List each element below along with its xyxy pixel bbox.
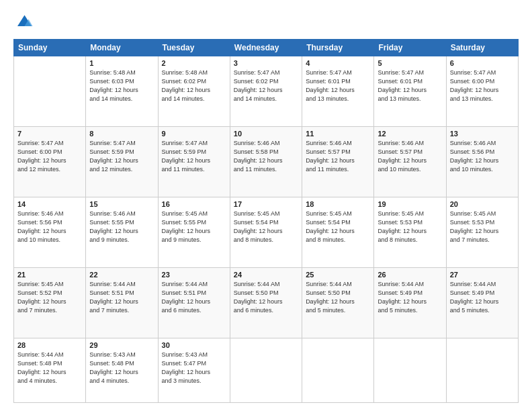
day-info: Sunrise: 5:47 AM Sunset: 6:01 PM Dayligh… [378, 68, 442, 103]
calendar-cell: 26Sunrise: 5:44 AM Sunset: 5:49 PM Dayli… [374, 267, 446, 338]
calendar-cell: 16Sunrise: 5:45 AM Sunset: 5:55 PM Dayli… [158, 197, 230, 267]
day-info: Sunrise: 5:47 AM Sunset: 6:02 PM Dayligh… [234, 68, 298, 103]
day-info: Sunrise: 5:45 AM Sunset: 5:53 PM Dayligh… [378, 210, 442, 244]
calendar-week-1: 1Sunrise: 5:48 AM Sunset: 6:03 PM Daylig… [14, 56, 519, 127]
day-number: 23 [162, 271, 226, 279]
day-info: Sunrise: 5:47 AM Sunset: 6:01 PM Dayligh… [306, 68, 370, 103]
day-info: Sunrise: 5:47 AM Sunset: 5:59 PM Dayligh… [162, 139, 226, 174]
day-info: Sunrise: 5:45 AM Sunset: 5:54 PM Dayligh… [234, 210, 298, 244]
calendar-cell: 11Sunrise: 5:46 AM Sunset: 5:57 PM Dayli… [302, 126, 374, 197]
day-number: 7 [17, 130, 82, 138]
day-number: 10 [234, 130, 298, 138]
calendar-cell: 15Sunrise: 5:46 AM Sunset: 5:55 PM Dayli… [86, 197, 158, 267]
day-number: 21 [17, 271, 82, 279]
calendar-week-2: 7Sunrise: 5:47 AM Sunset: 6:00 PM Daylig… [14, 126, 519, 197]
day-number: 11 [306, 130, 370, 138]
day-info: Sunrise: 5:47 AM Sunset: 6:00 PM Dayligh… [17, 139, 82, 174]
day-info: Sunrise: 5:44 AM Sunset: 5:51 PM Dayligh… [162, 280, 226, 315]
calendar-cell: 6Sunrise: 5:47 AM Sunset: 6:00 PM Daylig… [446, 56, 518, 127]
calendar-cell: 29Sunrise: 5:43 AM Sunset: 5:48 PM Dayli… [86, 338, 158, 402]
day-number: 26 [378, 271, 442, 279]
day-number: 24 [234, 271, 298, 279]
col-header-friday: Friday [374, 40, 446, 56]
calendar-cell [302, 338, 374, 402]
day-info: Sunrise: 5:45 AM Sunset: 5:53 PM Dayligh… [450, 210, 515, 244]
day-info: Sunrise: 5:45 AM Sunset: 5:54 PM Dayligh… [306, 210, 370, 244]
calendar-cell [14, 56, 86, 127]
day-info: Sunrise: 5:45 AM Sunset: 5:55 PM Dayligh… [162, 210, 226, 244]
day-number: 18 [306, 200, 370, 208]
calendar-cell: 7Sunrise: 5:47 AM Sunset: 6:00 PM Daylig… [14, 126, 86, 197]
day-number: 15 [89, 200, 154, 208]
calendar-cell: 22Sunrise: 5:44 AM Sunset: 5:51 PM Dayli… [86, 267, 158, 338]
calendar-week-3: 14Sunrise: 5:46 AM Sunset: 5:56 PM Dayli… [14, 197, 519, 267]
day-info: Sunrise: 5:44 AM Sunset: 5:50 PM Dayligh… [234, 280, 298, 315]
day-info: Sunrise: 5:44 AM Sunset: 5:50 PM Dayligh… [306, 280, 370, 315]
day-number: 12 [378, 130, 442, 138]
day-number: 14 [17, 200, 82, 208]
day-info: Sunrise: 5:46 AM Sunset: 5:56 PM Dayligh… [17, 210, 82, 244]
calendar-cell: 18Sunrise: 5:45 AM Sunset: 5:54 PM Dayli… [302, 197, 374, 267]
day-info: Sunrise: 5:45 AM Sunset: 5:52 PM Dayligh… [17, 280, 82, 315]
day-number: 9 [162, 130, 226, 138]
calendar-cell: 19Sunrise: 5:45 AM Sunset: 5:53 PM Dayli… [374, 197, 446, 267]
calendar-cell: 28Sunrise: 5:44 AM Sunset: 5:48 PM Dayli… [14, 338, 86, 402]
calendar-cell: 14Sunrise: 5:46 AM Sunset: 5:56 PM Dayli… [14, 197, 86, 267]
day-number: 13 [450, 130, 515, 138]
day-info: Sunrise: 5:46 AM Sunset: 5:57 PM Dayligh… [378, 139, 442, 174]
day-info: Sunrise: 5:44 AM Sunset: 5:48 PM Dayligh… [17, 351, 82, 385]
col-header-sunday: Sunday [14, 40, 86, 56]
calendar-cell: 2Sunrise: 5:48 AM Sunset: 6:02 PM Daylig… [158, 56, 230, 127]
calendar-cell [230, 338, 302, 402]
day-number: 16 [162, 200, 226, 208]
day-number: 25 [306, 271, 370, 279]
day-info: Sunrise: 5:43 AM Sunset: 5:48 PM Dayligh… [89, 351, 154, 385]
col-header-wednesday: Wednesday [230, 40, 302, 56]
logo-icon [13, 12, 34, 32]
calendar-cell: 25Sunrise: 5:44 AM Sunset: 5:50 PM Dayli… [302, 267, 374, 338]
calendar-cell: 21Sunrise: 5:45 AM Sunset: 5:52 PM Dayli… [14, 267, 86, 338]
calendar-cell: 13Sunrise: 5:46 AM Sunset: 5:56 PM Dayli… [446, 126, 518, 197]
calendar-cell: 12Sunrise: 5:46 AM Sunset: 5:57 PM Dayli… [374, 126, 446, 197]
day-number: 3 [234, 59, 298, 67]
day-number: 5 [378, 59, 442, 67]
day-number: 6 [450, 59, 515, 67]
col-header-monday: Monday [86, 40, 158, 56]
day-info: Sunrise: 5:47 AM Sunset: 6:00 PM Dayligh… [450, 68, 515, 103]
header [13, 12, 519, 32]
day-number: 29 [89, 341, 154, 349]
day-number: 19 [378, 200, 442, 208]
day-number: 1 [89, 59, 154, 67]
col-header-saturday: Saturday [446, 40, 518, 56]
calendar-cell: 4Sunrise: 5:47 AM Sunset: 6:01 PM Daylig… [302, 56, 374, 127]
calendar-header-row: SundayMondayTuesdayWednesdayThursdayFrid… [14, 40, 519, 56]
calendar-cell: 30Sunrise: 5:43 AM Sunset: 5:47 PM Dayli… [158, 338, 230, 402]
day-number: 8 [89, 130, 154, 138]
calendar-cell: 23Sunrise: 5:44 AM Sunset: 5:51 PM Dayli… [158, 267, 230, 338]
calendar-week-5: 28Sunrise: 5:44 AM Sunset: 5:48 PM Dayli… [14, 338, 519, 402]
col-header-tuesday: Tuesday [158, 40, 230, 56]
calendar-cell [374, 338, 446, 402]
day-info: Sunrise: 5:47 AM Sunset: 5:59 PM Dayligh… [89, 139, 154, 174]
day-info: Sunrise: 5:44 AM Sunset: 5:51 PM Dayligh… [89, 280, 154, 315]
day-number: 4 [306, 59, 370, 67]
day-number: 20 [450, 200, 515, 208]
calendar-cell: 3Sunrise: 5:47 AM Sunset: 6:02 PM Daylig… [230, 56, 302, 127]
calendar-cell [446, 338, 518, 402]
calendar-cell: 10Sunrise: 5:46 AM Sunset: 5:58 PM Dayli… [230, 126, 302, 197]
day-info: Sunrise: 5:46 AM Sunset: 5:56 PM Dayligh… [450, 139, 515, 174]
day-info: Sunrise: 5:44 AM Sunset: 5:49 PM Dayligh… [450, 280, 515, 315]
calendar-week-4: 21Sunrise: 5:45 AM Sunset: 5:52 PM Dayli… [14, 267, 519, 338]
day-info: Sunrise: 5:48 AM Sunset: 6:02 PM Dayligh… [162, 68, 226, 103]
calendar-cell: 20Sunrise: 5:45 AM Sunset: 5:53 PM Dayli… [446, 197, 518, 267]
day-number: 2 [162, 59, 226, 67]
calendar: SundayMondayTuesdayWednesdayThursdayFrid… [13, 39, 519, 403]
day-info: Sunrise: 5:46 AM Sunset: 5:57 PM Dayligh… [306, 139, 370, 174]
day-number: 17 [234, 200, 298, 208]
day-number: 27 [450, 271, 515, 279]
col-header-thursday: Thursday [302, 40, 374, 56]
day-info: Sunrise: 5:43 AM Sunset: 5:47 PM Dayligh… [162, 351, 226, 385]
calendar-cell: 27Sunrise: 5:44 AM Sunset: 5:49 PM Dayli… [446, 267, 518, 338]
day-info: Sunrise: 5:48 AM Sunset: 6:03 PM Dayligh… [89, 68, 154, 103]
day-number: 28 [17, 341, 82, 349]
